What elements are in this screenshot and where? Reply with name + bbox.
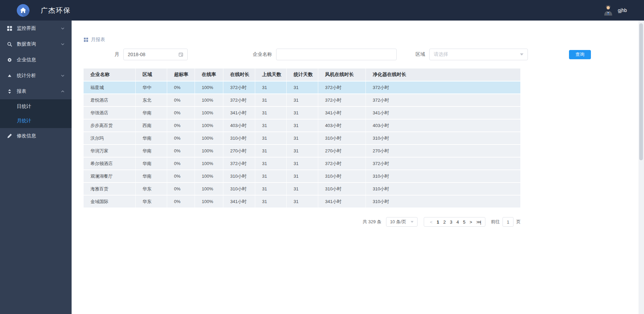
table-cell: 31 (255, 183, 287, 196)
table-cell: 341小时 (223, 107, 255, 120)
table-cell: 0% (167, 196, 195, 208)
table-cell: 31 (255, 94, 287, 107)
sidebar: 监控界面 数据查询 企业信息 (0, 21, 72, 314)
table-cell: 福星城 (84, 81, 136, 94)
prev-page-button[interactable]: < (428, 219, 435, 225)
column-header: 在线率 (195, 68, 223, 81)
table-cell: 100% (195, 81, 223, 94)
table-cell: 403小时 (366, 120, 521, 132)
table-cell: 东北 (136, 94, 167, 107)
page-number[interactable]: 2 (441, 219, 448, 225)
pen-icon (7, 133, 12, 139)
region-select[interactable]: 请选择 (429, 49, 528, 60)
table-cell: 31 (287, 158, 318, 170)
page-number[interactable]: 1 (435, 219, 441, 225)
table-row[interactable]: 海雅百货华东0%100%310小时3131310小时310小时 (84, 183, 521, 196)
table-row[interactable]: 华强酒店华南0%100%341小时3131341小时341小时 (84, 107, 521, 120)
table-row[interactable]: 华润万家华南0%100%270小时3131270小时270小时 (84, 145, 521, 158)
user-area[interactable]: gjhb (603, 4, 627, 16)
table-cell: 100% (195, 120, 223, 132)
table-cell: 372小时 (366, 158, 521, 170)
table-row[interactable]: 步步高百货西南0%100%403小时3131403小时403小时 (84, 120, 521, 132)
table-row[interactable]: 沃尔玛华南0%100%310小时3131310小时310小时 (84, 132, 521, 145)
table-cell: 100% (195, 107, 223, 120)
page-number[interactable]: 4 (454, 219, 461, 225)
table-cell: 华润万家 (84, 145, 136, 158)
table-cell: 341小时 (223, 196, 255, 208)
table-cell: 372小时 (223, 158, 255, 170)
table-cell: 0% (167, 120, 195, 132)
sidebar-item-reports[interactable]: 报表 (0, 84, 72, 99)
table-cell: 372小时 (223, 81, 255, 94)
page-number[interactable]: 5 (461, 219, 468, 225)
filter-bar: 月 2018-08 企业名称 区域 请选择 (84, 49, 644, 60)
company-name-input[interactable] (281, 52, 392, 57)
table-cell: 270小时 (318, 145, 366, 158)
sidebar-item-label: 企业信息 (17, 57, 36, 63)
table-cell: 372小时 (366, 81, 521, 94)
next-page-button[interactable]: > (468, 219, 474, 225)
column-header: 统计天数 (287, 68, 318, 81)
table-cell: 31 (287, 196, 318, 208)
table-cell: 华南 (136, 145, 167, 158)
table-row[interactable]: 金域国际华东0%100%341小时3131341小时310小时 (84, 196, 521, 208)
chevron-down-icon (61, 42, 65, 46)
scrollbar-thumb[interactable] (639, 23, 643, 160)
table-cell: 希尔顿酒店 (84, 158, 136, 170)
topbar: 广杰环保 gjhb (0, 0, 644, 21)
table-cell: 31 (287, 145, 318, 158)
table-row[interactable]: 希尔顿酒店华南0%100%372小时3131372小时372小时 (84, 158, 521, 170)
goto-label: 前往 (491, 219, 500, 225)
last-page-button[interactable]: >>| (474, 219, 481, 225)
month-picker-input[interactable]: 2018-08 (123, 49, 188, 60)
sidebar-item-company-info[interactable]: 企业信息 (0, 52, 72, 68)
table-row[interactable]: 观澜湖餐厅华南0%100%310小时3131310小时310小时 (84, 170, 521, 183)
table-cell: 0% (167, 170, 195, 183)
column-header: 上线天数 (255, 68, 287, 81)
sidebar-subitem-monthly-stats[interactable]: 月统计 (0, 114, 72, 128)
goto-page-input[interactable] (503, 217, 513, 227)
table-cell: 31 (287, 183, 318, 196)
search-button[interactable]: 查询 (569, 50, 591, 59)
user-avatar[interactable] (603, 4, 614, 16)
report-table: 企业名称区域超标率在线率在线时长上线天数统计天数风机在线时长净化器在线时长 福星… (84, 68, 521, 208)
table-cell: 372小时 (223, 94, 255, 107)
table-cell: 华东 (136, 183, 167, 196)
sort-caret-icon (7, 89, 12, 94)
column-header: 区域 (136, 68, 167, 81)
sidebar-item-data-query[interactable]: 数据查询 (0, 36, 72, 52)
column-header: 风机在线时长 (318, 68, 366, 81)
column-header: 在线时长 (223, 68, 255, 81)
table-row[interactable]: 君悦酒店东北0%100%372小时3131372小时372小时 (84, 94, 521, 107)
table-cell: 31 (287, 132, 318, 145)
table-header-row: 企业名称区域超标率在线率在线时长上线天数统计天数风机在线时长净化器在线时长 (84, 68, 521, 81)
page-title: 月报表 (84, 36, 644, 43)
table-cell: 华强酒店 (84, 107, 136, 120)
table-cell: 31 (287, 120, 318, 132)
table-cell: 华南 (136, 158, 167, 170)
sidebar-item-label: 报表 (17, 88, 26, 95)
table-cell: 100% (195, 94, 223, 107)
table-cell: 403小时 (223, 120, 255, 132)
table-cell: 100% (195, 132, 223, 145)
chevron-down-icon (520, 53, 523, 55)
sidebar-item-label: 统计分析 (17, 73, 36, 79)
table-cell: 341小时 (318, 196, 366, 208)
table-cell: 0% (167, 183, 195, 196)
column-header: 超标率 (167, 68, 195, 81)
page-size-select[interactable]: 10 条/页 (386, 217, 418, 227)
page-number[interactable]: 3 (448, 219, 454, 225)
table-cell: 步步高百货 (84, 120, 136, 132)
table-body: 福星城华中0%100%372小时3131372小时372小时君悦酒店东北0%10… (84, 81, 521, 208)
sidebar-item-monitor[interactable]: 监控界面 (0, 21, 72, 36)
sidebar-item-statistics[interactable]: 统计分析 (0, 68, 72, 84)
table-cell: 西南 (136, 120, 167, 132)
table-row[interactable]: 福星城华中0%100%372小时3131372小时372小时 (84, 81, 521, 94)
scrollbar-track[interactable] (639, 21, 644, 314)
table-cell: 310小时 (223, 170, 255, 183)
home-logo-icon[interactable] (17, 4, 29, 17)
sidebar-item-edit-info[interactable]: 修改信息 (0, 128, 72, 144)
sidebar-subitem-daily-stats[interactable]: 日统计 (0, 99, 72, 114)
table-cell: 31 (255, 81, 287, 94)
table-cell: 31 (255, 170, 287, 183)
